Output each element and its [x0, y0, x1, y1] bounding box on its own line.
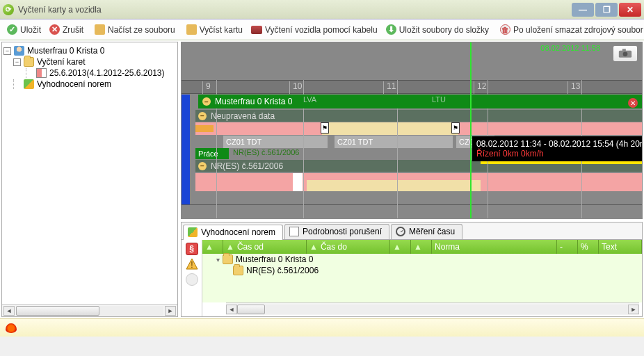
save-button[interactable]: ✓ Uložit — [7, 24, 41, 35]
chevron-down-icon[interactable]: ▾ — [216, 256, 220, 264]
tooltip-activity: Řízení 0km 0km/h — [476, 149, 643, 159]
tree-eval-label: Vyhodnocení norem — [37, 79, 111, 89]
scroll-thumb[interactable] — [16, 306, 99, 316]
tree-date-label: 25.6.2013(4.1.2012-25.6.2013) — [49, 68, 164, 78]
ruler-tick: 11 — [383, 81, 396, 94]
grid-rows: ▾ Musterfrau 0 Krista 0 NR(ES) č.561/200… — [202, 254, 642, 302]
folder-open-icon — [95, 24, 105, 35]
col-blank1[interactable]: ▲ — [390, 240, 411, 254]
grid-hscrollbar[interactable]: ◄ ► — [226, 302, 639, 315]
expander-icon[interactable]: − — [13, 58, 21, 66]
x-icon: ✕ — [49, 24, 60, 35]
expander-icon[interactable]: − — [3, 47, 11, 55]
read-vehicle-button[interactable]: Vyčtení vozidla pomocí kabelu — [251, 25, 378, 35]
ruler-tick: 13 — [567, 81, 580, 94]
tree-cards[interactable]: − Vyčtení karet — [3, 56, 176, 67]
window-title: Vyčtení karty a vozidla — [18, 5, 570, 15]
statusbar — [0, 318, 644, 337]
folder-icon — [24, 57, 34, 67]
save-label: Uložit — [20, 25, 41, 35]
person-icon — [14, 46, 24, 56]
clock-icon — [396, 227, 405, 236]
camera-icon — [618, 49, 632, 58]
tree-person-label: Musterfrau 0 Krista 0 — [27, 46, 104, 56]
main: − Musterfrau 0 Krista 0 − Vyčtení karet … — [0, 40, 644, 318]
col-expand[interactable]: ▲ — [202, 240, 223, 254]
tree-pane: − Musterfrau 0 Krista 0 − Vyčtení karet … — [1, 42, 178, 317]
tab-details-label: Podrobnosti porušení — [303, 227, 382, 236]
svg-text:!: ! — [191, 260, 193, 270]
minimize-button[interactable]: — — [572, 3, 594, 17]
row-close-icon[interactable]: ✕ — [628, 98, 638, 108]
tree-person[interactable]: − Musterfrau 0 Krista 0 — [3, 45, 176, 56]
grid-row-person[interactable]: ▾ Musterfrau 0 Krista 0 — [202, 254, 642, 265]
cz-seg: CZ01 TDT — [223, 136, 328, 148]
marker-icon[interactable]: ⚑ — [451, 122, 460, 134]
collapse-icon[interactable]: − — [202, 97, 211, 106]
nres-green-label: NR(ES) č.561/2006 — [233, 148, 299, 156]
paragraph-icon[interactable]: § — [186, 243, 198, 255]
scroll-track[interactable] — [16, 306, 163, 316]
col-to[interactable]: ▲Čas do — [307, 240, 390, 254]
col-pct[interactable]: % — [578, 240, 599, 254]
camera-button[interactable] — [613, 45, 638, 62]
maximize-button[interactable]: ❐ — [595, 3, 618, 17]
document-icon — [289, 227, 299, 236]
col-norm[interactable]: Norma — [432, 240, 557, 254]
delete-after-button[interactable]: 🗑 Po uložení smazat zdrojový soubor — [500, 24, 643, 35]
cancel-button[interactable]: ✕ Zrušit — [49, 24, 83, 35]
driver-label: Musterfrau 0 Krista 0 — [215, 97, 292, 106]
activity-lane-2[interactable] — [195, 173, 642, 191]
load-file-button[interactable]: Načíst ze souboru — [95, 24, 175, 35]
timeline[interactable]: 08.02.2012 11:58 9 10 11 12 13 − Musterf… — [181, 42, 643, 219]
folder-icon — [233, 266, 243, 275]
tree: − Musterfrau 0 Krista 0 − Vyčtení karet … — [2, 42, 177, 304]
read-vehicle-label: Vyčtení vozidla pomocí kabelu — [265, 25, 378, 35]
raw-data-row[interactable]: − Neupravená data — [195, 110, 642, 122]
marker-icon[interactable]: ⚑ — [321, 122, 329, 134]
close-button[interactable]: ✕ — [619, 3, 641, 17]
grid-row-norm[interactable]: NR(ES) č.561/2006 — [202, 265, 642, 276]
save-folder-label: Uložit soubory do složky — [399, 25, 489, 35]
scroll-left-icon[interactable]: ◄ — [3, 306, 15, 316]
scroll-left-icon[interactable]: ◄ — [226, 305, 237, 314]
tree-date[interactable]: 25.6.2013(4.1.2012-25.6.2013) — [3, 67, 176, 79]
calendar-icon — [36, 68, 47, 78]
read-card-button[interactable]: Vyčíst kartu — [186, 24, 243, 35]
right-pane: 08.02.2012 11:58 9 10 11 12 13 − Musterf… — [181, 42, 643, 317]
comment-icon[interactable] — [186, 273, 198, 286]
tree-eval[interactable]: Vyhodnocení norem — [3, 79, 176, 90]
tooltip-time: 08.02.2012 11:34 - 08.02.2012 15:54 (4h … — [476, 139, 643, 149]
app-icon: ⟳ — [3, 4, 14, 15]
col-blank2[interactable]: ▲ — [411, 240, 432, 254]
read-card-label: Vyčíst kartu — [200, 25, 243, 35]
timeline-ruler-top: 9 10 11 12 13 — [182, 80, 642, 94]
tab-measure[interactable]: Měření času — [391, 224, 462, 239]
col-text[interactable]: Text — [599, 240, 642, 254]
timeline-driver-row[interactable]: − Musterfrau 0 Krista 0 — [198, 95, 642, 108]
delete-after-label: Po uložení smazat zdrojový soubor — [513, 25, 643, 35]
evaluate-icon — [188, 227, 198, 237]
tab-evaluation[interactable]: Vyhodnocení norem — [183, 225, 283, 240]
raw-data-label: Neupravená data — [211, 111, 275, 121]
activity-lane-1[interactable]: ⚑ ⚑ — [195, 122, 642, 135]
scroll-right-icon[interactable]: ► — [165, 306, 176, 316]
timeline-ruler-bottom — [182, 204, 642, 218]
timeline-playhead[interactable] — [470, 42, 472, 218]
warning-icon[interactable]: ! — [186, 258, 198, 270]
scroll-thumb[interactable] — [237, 305, 265, 314]
save-folder-button[interactable]: ⬇ Uložit soubory do složky — [386, 24, 489, 35]
col-dash[interactable]: - — [557, 240, 578, 254]
col-from[interactable]: ▲Čas od — [223, 240, 307, 254]
ruler-tick: 12 — [474, 81, 486, 94]
timeline-timestamp: 08.02.2012 11:58 — [540, 44, 600, 52]
tooltip: 08.02.2012 11:34 - 08.02.2012 15:54 (4h … — [472, 136, 643, 161]
tree-hscrollbar[interactable]: ◄ ► — [2, 304, 177, 316]
collapse-icon[interactable]: − — [198, 112, 207, 120]
folder-icon — [223, 254, 233, 264]
grid-gutter: § ! — [182, 240, 202, 316]
bottom-panel: Vyhodnocení norem Podrobnosti porušení M… — [181, 222, 643, 317]
truck-icon — [251, 26, 262, 34]
tab-details[interactable]: Podrobnosti porušení — [284, 224, 389, 239]
scroll-right-icon[interactable]: ► — [628, 305, 639, 314]
